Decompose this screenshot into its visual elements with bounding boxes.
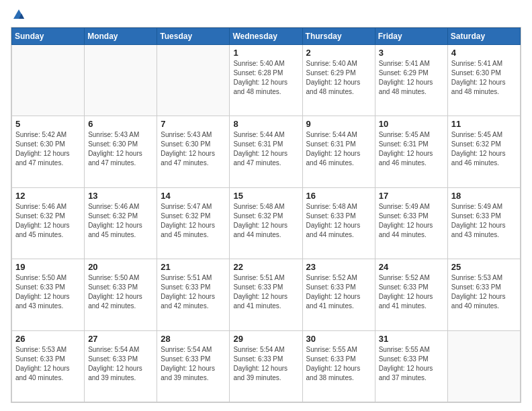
day-number: 30 bbox=[306, 334, 371, 344]
day-number: 5 bbox=[15, 119, 81, 129]
day-info: Sunrise: 5:50 AM Sunset: 6:33 PM Dayligh… bbox=[15, 273, 81, 311]
day-info: Sunrise: 5:53 AM Sunset: 6:33 PM Dayligh… bbox=[15, 345, 81, 383]
day-of-week-header: Saturday bbox=[447, 28, 520, 45]
calendar-week-row: 5Sunrise: 5:42 AM Sunset: 6:30 PM Daylig… bbox=[12, 116, 521, 187]
day-number: 12 bbox=[15, 191, 81, 201]
day-number: 21 bbox=[161, 262, 226, 272]
day-number: 23 bbox=[306, 262, 371, 272]
calendar-day-cell: 5Sunrise: 5:42 AM Sunset: 6:30 PM Daylig… bbox=[12, 116, 85, 187]
day-number: 1 bbox=[233, 48, 298, 58]
day-number: 19 bbox=[15, 262, 81, 272]
day-info: Sunrise: 5:41 AM Sunset: 6:29 PM Dayligh… bbox=[379, 59, 444, 97]
calendar-week-row: 26Sunrise: 5:53 AM Sunset: 6:33 PM Dayli… bbox=[12, 330, 521, 402]
day-info: Sunrise: 5:45 AM Sunset: 6:31 PM Dayligh… bbox=[379, 130, 444, 168]
day-of-week-header: Tuesday bbox=[157, 28, 230, 45]
day-info: Sunrise: 5:46 AM Sunset: 6:32 PM Dayligh… bbox=[15, 202, 81, 240]
calendar-week-row: 12Sunrise: 5:46 AM Sunset: 6:32 PM Dayli… bbox=[12, 187, 521, 259]
day-info: Sunrise: 5:52 AM Sunset: 6:33 PM Dayligh… bbox=[379, 273, 444, 311]
day-info: Sunrise: 5:44 AM Sunset: 6:31 PM Dayligh… bbox=[233, 130, 298, 168]
calendar-day-cell: 14Sunrise: 5:47 AM Sunset: 6:32 PM Dayli… bbox=[157, 187, 230, 259]
day-number: 14 bbox=[161, 191, 226, 201]
day-info: Sunrise: 5:47 AM Sunset: 6:32 PM Dayligh… bbox=[161, 202, 226, 240]
day-number: 25 bbox=[451, 262, 517, 272]
day-info: Sunrise: 5:55 AM Sunset: 6:33 PM Dayligh… bbox=[379, 345, 444, 383]
day-of-week-header: Friday bbox=[375, 28, 447, 45]
day-of-week-header: Monday bbox=[85, 28, 157, 45]
day-info: Sunrise: 5:40 AM Sunset: 6:29 PM Dayligh… bbox=[306, 59, 371, 97]
day-info: Sunrise: 5:53 AM Sunset: 6:33 PM Dayligh… bbox=[451, 273, 517, 311]
day-number: 20 bbox=[88, 262, 153, 272]
calendar-day-cell: 24Sunrise: 5:52 AM Sunset: 6:33 PM Dayli… bbox=[375, 259, 447, 330]
day-number: 2 bbox=[306, 48, 371, 58]
day-info: Sunrise: 5:42 AM Sunset: 6:30 PM Dayligh… bbox=[15, 130, 81, 168]
day-number: 17 bbox=[379, 191, 444, 201]
calendar-day-cell: 22Sunrise: 5:51 AM Sunset: 6:33 PM Dayli… bbox=[230, 259, 302, 330]
day-info: Sunrise: 5:40 AM Sunset: 6:28 PM Dayligh… bbox=[233, 59, 298, 97]
calendar-day-cell: 10Sunrise: 5:45 AM Sunset: 6:31 PM Dayli… bbox=[375, 116, 447, 187]
calendar-day-cell: 4Sunrise: 5:41 AM Sunset: 6:30 PM Daylig… bbox=[447, 45, 520, 116]
calendar-week-row: 19Sunrise: 5:50 AM Sunset: 6:33 PM Dayli… bbox=[12, 259, 521, 330]
calendar-day-cell: 31Sunrise: 5:55 AM Sunset: 6:33 PM Dayli… bbox=[375, 330, 447, 402]
day-info: Sunrise: 5:48 AM Sunset: 6:33 PM Dayligh… bbox=[306, 202, 371, 240]
day-number: 16 bbox=[306, 191, 371, 201]
calendar-day-cell: 6Sunrise: 5:43 AM Sunset: 6:30 PM Daylig… bbox=[85, 116, 157, 187]
day-of-week-header: Sunday bbox=[12, 28, 85, 45]
day-of-week-header: Wednesday bbox=[230, 28, 302, 45]
calendar-day-cell: 12Sunrise: 5:46 AM Sunset: 6:32 PM Dayli… bbox=[12, 187, 85, 259]
calendar-day-cell: 2Sunrise: 5:40 AM Sunset: 6:29 PM Daylig… bbox=[302, 45, 375, 116]
calendar-header: SundayMondayTuesdayWednesdayThursdayFrid… bbox=[12, 28, 521, 45]
day-info: Sunrise: 5:43 AM Sunset: 6:30 PM Dayligh… bbox=[161, 130, 226, 168]
day-number: 9 bbox=[306, 119, 371, 129]
day-info: Sunrise: 5:46 AM Sunset: 6:32 PM Dayligh… bbox=[88, 202, 153, 240]
day-number: 26 bbox=[15, 334, 81, 344]
calendar-day-cell: 17Sunrise: 5:49 AM Sunset: 6:33 PM Dayli… bbox=[375, 187, 447, 259]
day-info: Sunrise: 5:43 AM Sunset: 6:30 PM Dayligh… bbox=[88, 130, 153, 168]
day-info: Sunrise: 5:55 AM Sunset: 6:33 PM Dayligh… bbox=[306, 345, 371, 383]
day-number: 15 bbox=[233, 191, 298, 201]
calendar-day-cell: 13Sunrise: 5:46 AM Sunset: 6:32 PM Dayli… bbox=[85, 187, 157, 259]
calendar: SundayMondayTuesdayWednesdayThursdayFrid… bbox=[11, 27, 521, 403]
day-number: 3 bbox=[379, 48, 444, 58]
day-info: Sunrise: 5:50 AM Sunset: 6:33 PM Dayligh… bbox=[88, 273, 153, 311]
calendar-day-cell bbox=[157, 45, 230, 116]
day-info: Sunrise: 5:41 AM Sunset: 6:30 PM Dayligh… bbox=[451, 59, 517, 97]
day-of-week-header: Thursday bbox=[302, 28, 375, 45]
day-number: 29 bbox=[233, 334, 298, 344]
calendar-day-cell: 21Sunrise: 5:51 AM Sunset: 6:33 PM Dayli… bbox=[157, 259, 230, 330]
calendar-day-cell: 18Sunrise: 5:49 AM Sunset: 6:33 PM Dayli… bbox=[447, 187, 520, 259]
calendar-day-cell: 28Sunrise: 5:54 AM Sunset: 6:33 PM Dayli… bbox=[157, 330, 230, 402]
day-number: 28 bbox=[161, 334, 226, 344]
calendar-day-cell: 16Sunrise: 5:48 AM Sunset: 6:33 PM Dayli… bbox=[302, 187, 375, 259]
day-number: 6 bbox=[88, 119, 153, 129]
day-info: Sunrise: 5:54 AM Sunset: 6:33 PM Dayligh… bbox=[88, 345, 153, 383]
day-number: 31 bbox=[379, 334, 444, 344]
calendar-day-cell: 29Sunrise: 5:54 AM Sunset: 6:33 PM Dayli… bbox=[230, 330, 302, 402]
calendar-day-cell bbox=[447, 330, 520, 402]
day-number: 10 bbox=[379, 119, 444, 129]
day-info: Sunrise: 5:45 AM Sunset: 6:32 PM Dayligh… bbox=[451, 130, 517, 168]
calendar-day-cell bbox=[85, 45, 157, 116]
calendar-day-cell: 1Sunrise: 5:40 AM Sunset: 6:28 PM Daylig… bbox=[230, 45, 302, 116]
day-number: 18 bbox=[451, 191, 517, 201]
calendar-day-cell: 8Sunrise: 5:44 AM Sunset: 6:31 PM Daylig… bbox=[230, 116, 302, 187]
day-number: 27 bbox=[88, 334, 153, 344]
calendar-day-cell: 20Sunrise: 5:50 AM Sunset: 6:33 PM Dayli… bbox=[85, 259, 157, 330]
calendar-day-cell: 26Sunrise: 5:53 AM Sunset: 6:33 PM Dayli… bbox=[12, 330, 85, 402]
calendar-week-row: 1Sunrise: 5:40 AM Sunset: 6:28 PM Daylig… bbox=[12, 45, 521, 116]
day-info: Sunrise: 5:48 AM Sunset: 6:32 PM Dayligh… bbox=[233, 202, 298, 240]
calendar-day-cell: 23Sunrise: 5:52 AM Sunset: 6:33 PM Dayli… bbox=[302, 259, 375, 330]
day-info: Sunrise: 5:54 AM Sunset: 6:33 PM Dayligh… bbox=[161, 345, 226, 383]
header bbox=[11, 8, 521, 21]
day-number: 24 bbox=[379, 262, 444, 272]
page: SundayMondayTuesdayWednesdayThursdayFrid… bbox=[0, 0, 532, 411]
day-info: Sunrise: 5:51 AM Sunset: 6:33 PM Dayligh… bbox=[233, 273, 298, 311]
calendar-day-cell: 9Sunrise: 5:44 AM Sunset: 6:31 PM Daylig… bbox=[302, 116, 375, 187]
calendar-day-cell: 3Sunrise: 5:41 AM Sunset: 6:29 PM Daylig… bbox=[375, 45, 447, 116]
day-number: 7 bbox=[161, 119, 226, 129]
calendar-day-cell bbox=[12, 45, 85, 116]
day-info: Sunrise: 5:49 AM Sunset: 6:33 PM Dayligh… bbox=[379, 202, 444, 240]
calendar-day-cell: 7Sunrise: 5:43 AM Sunset: 6:30 PM Daylig… bbox=[157, 116, 230, 187]
day-info: Sunrise: 5:49 AM Sunset: 6:33 PM Dayligh… bbox=[451, 202, 517, 240]
day-info: Sunrise: 5:54 AM Sunset: 6:33 PM Dayligh… bbox=[233, 345, 298, 383]
calendar-day-cell: 11Sunrise: 5:45 AM Sunset: 6:32 PM Dayli… bbox=[447, 116, 520, 187]
